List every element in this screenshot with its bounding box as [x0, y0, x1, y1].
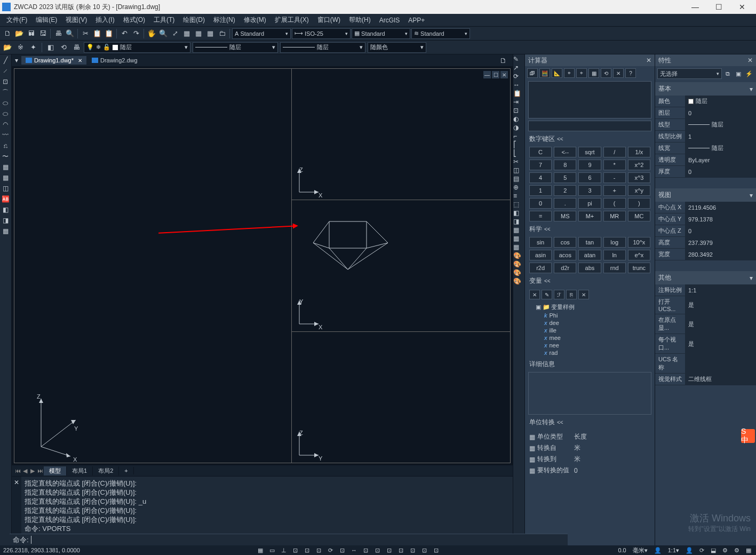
calc-button[interactable]: 2 [554, 185, 576, 196]
menu-item[interactable]: 帮助(H) [345, 14, 375, 26]
property-row[interactable]: 中心点 Y979.1378 [655, 213, 756, 225]
status-right-item[interactable]: ⚙ [733, 546, 741, 554]
calc-button[interactable]: = [529, 211, 552, 221]
property-row[interactable]: 宽度280.3492 [655, 249, 756, 260]
calc-button[interactable]: 1/x [628, 147, 650, 157]
toolbar-icon[interactable]: 📋 [92, 28, 102, 39]
draw-tool-icon[interactable]: ▦ [0, 162, 11, 172]
modify-tool-icon[interactable]: ◨ [513, 218, 524, 225]
viewport-main[interactable]: Z Y X [14, 69, 292, 463]
unit-row[interactable]: ▦要转换的值0 [529, 465, 650, 476]
tab-last-icon[interactable]: ⏭ [36, 467, 44, 474]
calc-button[interactable]: x^3 [628, 172, 650, 183]
linetype-dropdown[interactable]: 随层 ▾ [193, 42, 278, 53]
status-toggle-icon[interactable]: ⊡ [291, 546, 300, 554]
property-row[interactable]: 中心点 X2119.4506 [655, 202, 756, 213]
viewport-middle[interactable]: Y X [292, 200, 510, 331]
modify-tool-icon[interactable]: ⌐ [513, 132, 524, 140]
variable-item[interactable]: xille [529, 327, 650, 334]
vp-close-icon[interactable]: ✕ [500, 71, 508, 78]
draw-tool-icon[interactable]: ◫ [0, 184, 11, 193]
calc-button[interactable]: . [554, 198, 576, 209]
property-row[interactable]: 厚度0 [655, 166, 756, 178]
variable-item[interactable]: xrad [529, 349, 650, 356]
minimize-button[interactable]: — [683, 0, 707, 14]
modify-tool-icon[interactable]: ⎡ [513, 141, 524, 148]
calc-button[interactable]: * [603, 160, 626, 170]
status-right-item[interactable]: 👤 [652, 546, 663, 554]
var-tool-icon[interactable]: ⎘ [566, 290, 577, 299]
calc-button[interactable]: MS [554, 211, 576, 221]
status-toggle-icon[interactable]: ⊡ [409, 546, 417, 554]
var-tool-icon[interactable]: ℱ [554, 290, 564, 299]
status-toggle-icon[interactable]: ⊡ [397, 546, 405, 554]
tab-dropdown-icon[interactable]: ▾ [15, 57, 18, 64]
unit-row[interactable]: ▦转换到米 [529, 454, 650, 465]
property-row[interactable]: 视觉样式二维线框 [655, 374, 756, 385]
viewports[interactable]: Z Y X — ☐ ✕ Z [14, 68, 511, 463]
layer-manager-icon[interactable]: 📂 [2, 42, 13, 53]
modify-tool-icon[interactable]: ⟳ [513, 73, 524, 80]
lineweight-dropdown[interactable]: 随层 ▾ [280, 42, 365, 53]
menu-item[interactable]: 视图(V) [61, 14, 91, 26]
variable-item[interactable]: kPhi [529, 312, 650, 319]
draw-tool-icon[interactable]: ⊡ [0, 77, 11, 86]
section-other[interactable]: 其他▾ [655, 271, 756, 284]
calc-tool-icon[interactable]: ? [625, 68, 636, 78]
draw-tool-icon[interactable]: ⬭ [0, 98, 11, 108]
toolbar-icon[interactable]: 🔍 [158, 28, 169, 39]
numpad-section-title[interactable]: 数字键区<< [525, 132, 655, 146]
property-row[interactable]: 中心点 Z0 [655, 225, 756, 237]
toolbar-icon[interactable]: 🖐 [146, 28, 157, 39]
toolbar-icon[interactable]: 📂 [14, 28, 25, 39]
calc-button[interactable]: 3 [578, 185, 601, 196]
draw-tool-icon[interactable]: ⬭ [0, 109, 11, 118]
mline-style-dropdown[interactable]: ≋ Standard ▾ [411, 28, 470, 39]
sci-button[interactable]: acos [554, 250, 576, 260]
toolbar-icon[interactable]: ✂ [80, 28, 91, 39]
tab-prev-icon[interactable]: ◀ [21, 467, 29, 474]
property-row[interactable]: 线宽随层 [655, 142, 756, 154]
property-row[interactable]: 高度237.3979 [655, 237, 756, 249]
sci-button[interactable]: ln [603, 250, 626, 260]
draw-tool-icon[interactable]: ▦ [0, 173, 11, 183]
sci-section-title[interactable]: 科学<< [525, 223, 655, 236]
calc-button[interactable]: ) [628, 198, 650, 209]
layout-tab-1[interactable]: 布局1 [67, 466, 93, 475]
var-root-node[interactable]: ▣ 📁变量样例 [529, 303, 650, 312]
modify-tool-icon[interactable]: ↗ [513, 64, 524, 72]
calc-button[interactable]: MC [628, 211, 650, 221]
calc-button[interactable]: 9 [578, 160, 601, 170]
var-tool-icon[interactable]: ✕ [529, 290, 540, 299]
calc-tool-icon[interactable]: ⟲ [601, 68, 611, 78]
draw-tool-icon[interactable]: 〰 [0, 130, 11, 140]
modify-tool-icon[interactable]: ✂ [513, 158, 524, 165]
select-icon[interactable]: ▣ [734, 69, 743, 78]
modify-tool-icon[interactable]: ⇥ [513, 98, 524, 106]
ime-indicator[interactable]: S 中 [741, 429, 755, 443]
layout-tab-add[interactable]: + [119, 467, 133, 474]
draw-tool-icon[interactable]: ⎌ [0, 141, 11, 150]
sci-button[interactable]: atan [578, 250, 601, 260]
viewport-bottom[interactable]: Z Y [292, 332, 510, 463]
modify-tool-icon[interactable]: ▦ [513, 235, 524, 242]
calc-button[interactable]: 7 [529, 160, 552, 170]
section-basic[interactable]: 基本▾ [655, 82, 756, 96]
property-row[interactable]: 线型比例1 [655, 131, 756, 142]
menu-item[interactable]: 标注(N) [209, 14, 240, 26]
dim-style-dropdown[interactable]: ⟼ ISO-25 ▾ [292, 28, 351, 39]
variable-item[interactable]: xmee [529, 334, 650, 342]
sci-button[interactable]: tan [578, 237, 601, 248]
modify-tool-icon[interactable]: 🎨 [513, 252, 524, 259]
status-toggle-icon[interactable]: ⊡ [338, 546, 347, 554]
draw-tool-icon[interactable]: ⟋ [0, 66, 11, 76]
dim-layer-icon[interactable]: ※ [15, 42, 26, 53]
calc-button[interactable]: C [529, 147, 552, 157]
calc-button[interactable]: M+ [578, 211, 601, 221]
draw-tool-icon[interactable]: ◠ [0, 120, 11, 129]
property-row[interactable]: 注释比例1:1 [655, 284, 756, 296]
toolbar-icon[interactable]: 🖬 [26, 28, 36, 39]
sci-button[interactable]: rnd [603, 263, 626, 273]
vp-min-icon[interactable]: — [483, 71, 491, 78]
menu-item[interactable]: 文件(F) [2, 14, 31, 26]
